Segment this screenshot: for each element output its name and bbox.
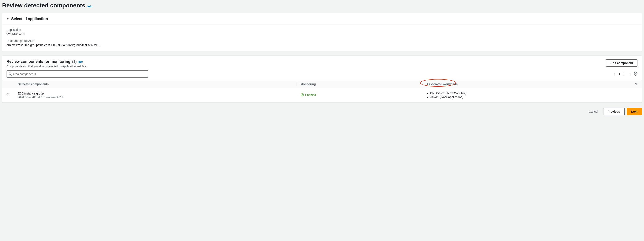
monitoring-status: Enabled — [300, 93, 316, 97]
list-item: DN_CORE (.NET Core tier) — [430, 92, 638, 95]
page-info-link[interactable]: Info — [88, 5, 92, 8]
svg-line-1 — [11, 75, 12, 76]
selected-application-header[interactable]: ▼ Selected application — [2, 13, 642, 25]
svg-marker-3 — [635, 83, 637, 85]
selected-application-title: Selected application — [11, 17, 48, 21]
col-associated-workloads[interactable]: Associated workloads — [422, 80, 631, 88]
gear-icon[interactable] — [634, 72, 638, 76]
row-select-radio[interactable] — [6, 93, 9, 96]
next-button[interactable]: Next — [627, 108, 642, 115]
check-circle-icon — [300, 93, 304, 97]
next-page-icon[interactable]: 〉 — [623, 72, 627, 77]
review-components-description: Components and their workloads detected … — [6, 65, 87, 68]
review-info-link[interactable]: Info — [78, 60, 84, 63]
monitoring-status-text: Enabled — [305, 93, 316, 97]
col-associated-workloads-label: Associated workloads — [426, 82, 458, 86]
prev-page-icon[interactable]: 〈 — [612, 72, 616, 77]
arn-value: arn:aws:resource-groups:us-east-1:856960… — [6, 43, 638, 47]
review-components-count: (1) — [72, 59, 77, 64]
page-title: Review detected components — [2, 2, 85, 9]
svg-point-0 — [9, 73, 11, 75]
application-label: Application — [6, 28, 638, 32]
review-components-panel: Review components for monitoring (1) Inf… — [2, 55, 642, 103]
selected-application-panel: ▼ Selected application Application test-… — [2, 13, 642, 51]
components-table: Detected components Monitoring Associate… — [2, 80, 642, 102]
cancel-button[interactable]: Cancel — [586, 108, 601, 115]
caret-down-icon: ▼ — [6, 18, 9, 21]
col-settings[interactable] — [631, 80, 642, 88]
list-item: JAVA1 (JAVA application) — [430, 95, 638, 99]
application-value: test-MW-W19 — [6, 32, 638, 36]
workloads-list: DN_CORE (.NET Core tier) JAVA1 (JAVA app… — [426, 92, 638, 99]
previous-button[interactable]: Previous — [603, 108, 624, 115]
column-settings-icon — [635, 83, 638, 85]
col-monitoring[interactable]: Monitoring — [296, 80, 422, 88]
search-icon — [8, 72, 12, 76]
search-input-wrapper[interactable] — [6, 70, 148, 78]
col-detected-components[interactable]: Detected components — [14, 80, 296, 88]
pager: 〈 1 〉 | — [612, 72, 638, 77]
component-name: EC2 instance group — [18, 92, 292, 95]
page-number: 1 — [619, 72, 620, 76]
footer-actions: Cancel Previous Next — [0, 107, 644, 118]
svg-point-2 — [635, 73, 636, 74]
component-subtext: i-0a0858a7fd11cd51c: windows 2019 — [18, 96, 292, 99]
col-select — [2, 80, 14, 88]
review-components-title: Review components for monitoring — [6, 59, 70, 64]
table-row[interactable]: EC2 instance group i-0a0858a7fd11cd51c: … — [2, 88, 642, 102]
arn-label: Resource group ARN — [6, 39, 638, 43]
search-input[interactable] — [13, 72, 146, 76]
edit-component-button[interactable]: Edit component — [606, 59, 638, 67]
